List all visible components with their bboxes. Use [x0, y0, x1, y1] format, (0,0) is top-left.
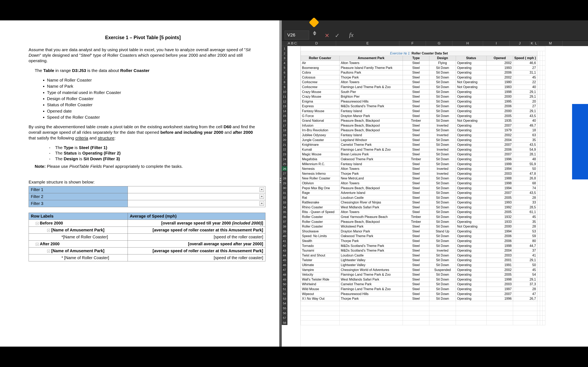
row-header-24[interactable]: 24	[282, 157, 287, 162]
row-header-2[interactable]: 2	[282, 51, 287, 56]
row-headers[interactable]: 1234567891011121314151617181920212223242…	[282, 46, 287, 325]
row-header-39[interactable]: 39	[282, 229, 287, 234]
col-header-E[interactable]: E	[336, 41, 399, 46]
row-header-35[interactable]: 35	[282, 210, 287, 215]
row-header-49[interactable]: 49	[282, 277, 287, 282]
side-panel[interactable]	[571, 104, 588, 179]
row-header-53[interactable]: 53	[282, 296, 287, 301]
row-header-19[interactable]: 19	[282, 133, 287, 138]
col-header-A[interactable]: A	[287, 41, 291, 46]
row-header-13[interactable]: 13	[282, 104, 287, 109]
col-header-C[interactable]: C	[294, 41, 297, 46]
row-header-43[interactable]: 43	[282, 248, 287, 253]
row-header-41[interactable]: 41	[282, 239, 287, 243]
row-header-52[interactable]: 52	[282, 291, 287, 296]
row-header-10[interactable]: 10	[282, 89, 287, 94]
row-header-46[interactable]: 46	[282, 263, 287, 267]
row-header-15[interactable]: 15	[282, 113, 287, 118]
data-table[interactable]: Exercise № 1: Roller Coaster Data SetRol…	[301, 46, 545, 325]
row-header-42[interactable]: 42	[282, 243, 287, 248]
collapse-icon[interactable]: −	[47, 250, 50, 253]
collapse-icon[interactable]: −	[36, 222, 39, 225]
row-header-7[interactable]: 7	[282, 75, 287, 80]
row-header-44[interactable]: 44	[282, 253, 287, 258]
row-header-57[interactable]: 57	[282, 315, 287, 320]
doc-dash-list: The Type is Steel (Filter 1) The Status …	[49, 145, 257, 161]
col-header-M[interactable]: M	[538, 41, 563, 46]
row-header-25[interactable]: 25	[282, 161, 287, 166]
col-header-I[interactable]: I	[483, 41, 510, 46]
row-header-40[interactable]: 40	[282, 234, 287, 239]
row-header-6[interactable]: 6	[282, 70, 287, 75]
row-header-4[interactable]: 4	[282, 60, 287, 66]
row-header-56[interactable]: 56	[282, 311, 287, 316]
row-header-23[interactable]: 23	[282, 152, 287, 157]
filter-3-value[interactable]	[128, 200, 265, 207]
filter-dropdown-icon[interactable]	[259, 194, 264, 199]
name-box-stepper[interactable]	[311, 31, 318, 36]
col-header-L[interactable]: L	[534, 41, 538, 46]
row-header-58[interactable]: 58	[282, 320, 287, 325]
fx-icon[interactable]: fx	[349, 31, 354, 38]
row-header-29[interactable]: 29	[282, 181, 287, 186]
filter-2-value[interactable]	[128, 193, 265, 200]
spreadsheet-grid[interactable]: ABCDEFGHIJKLM 12345678910111213141516171…	[282, 41, 588, 347]
row-header-18[interactable]: 18	[282, 128, 287, 133]
row-header-32[interactable]: 32	[282, 195, 287, 200]
name-box[interactable]: V26	[285, 31, 309, 40]
pane-splitter[interactable]	[279, 20, 282, 347]
row-header-12[interactable]: 12	[282, 99, 287, 104]
column-headers[interactable]: ABCDEFGHIJKLM	[282, 41, 588, 46]
row-header-9[interactable]: 9	[282, 85, 287, 90]
row-header-45[interactable]: 45	[282, 258, 287, 263]
row-header-16[interactable]: 16	[282, 118, 287, 123]
row-header-51[interactable]: 51	[282, 287, 287, 292]
row-header-22[interactable]: 22	[282, 147, 287, 152]
row-labels-header: Row Labels	[29, 213, 128, 220]
row-header-3[interactable]: 3	[282, 56, 287, 60]
filter-1-value[interactable]	[128, 186, 265, 193]
col-header-B[interactable]: B	[291, 41, 294, 46]
col-header-K[interactable]: K	[530, 41, 534, 46]
formula-cancel-icon[interactable]: ✕	[325, 32, 329, 39]
doc-title: Exercise 1 – Pivot Table [5 points]	[29, 35, 257, 41]
doc-para-2: The Table in range D3:J53 is the data ab…	[35, 68, 257, 73]
row-header-8[interactable]: 8	[282, 80, 287, 85]
row-header-1[interactable]: 1	[282, 46, 287, 51]
row-header-36[interactable]: 36	[282, 215, 287, 219]
filter-dropdown-icon[interactable]	[259, 201, 264, 206]
row-header-14[interactable]: 14	[282, 109, 287, 114]
row-header-11[interactable]: 11	[282, 94, 287, 99]
collapse-icon[interactable]: −	[47, 229, 50, 232]
row-header-38[interactable]: 38	[282, 224, 287, 229]
row-header-37[interactable]: 37	[282, 219, 287, 224]
row-header-48[interactable]: 48	[282, 272, 287, 277]
row-header-33[interactable]: 33	[282, 200, 287, 205]
row-header-26[interactable]: 26	[282, 166, 287, 171]
col-header-F[interactable]: F	[399, 41, 426, 46]
doc-note: Note: Please use PivotTable Fields Panel…	[35, 164, 257, 169]
col-header-J[interactable]: J	[510, 41, 530, 46]
row-header-54[interactable]: 54	[282, 301, 287, 306]
row-header-30[interactable]: 30	[282, 185, 287, 191]
row-header-21[interactable]: 21	[282, 142, 287, 147]
row-header-31[interactable]: 31	[282, 191, 287, 195]
formula-accept-icon[interactable]: ✓	[335, 32, 339, 39]
row-header-20[interactable]: 20	[282, 137, 287, 142]
collapse-icon[interactable]: −	[36, 243, 39, 246]
filter-dropdown-icon[interactable]	[259, 187, 264, 192]
row-header-28[interactable]: 28	[282, 176, 287, 181]
row-header-47[interactable]: 47	[282, 267, 287, 272]
select-all-corner[interactable]	[282, 41, 287, 46]
row-header-55[interactable]: 55	[282, 306, 287, 311]
col-header-G[interactable]: G	[426, 41, 452, 46]
row-header-50[interactable]: 50	[282, 282, 287, 287]
row-header-5[interactable]: 5	[282, 65, 287, 70]
doc-example-label: Example structure is shown below:	[29, 179, 257, 185]
col-header-H[interactable]: H	[452, 41, 483, 46]
row-header-34[interactable]: 34	[282, 205, 287, 210]
avg-header: Average of Speed (mph)	[128, 213, 265, 220]
row-header-17[interactable]: 17	[282, 123, 287, 128]
col-header-D[interactable]: D	[297, 41, 336, 46]
row-header-27[interactable]: 27	[282, 171, 287, 176]
